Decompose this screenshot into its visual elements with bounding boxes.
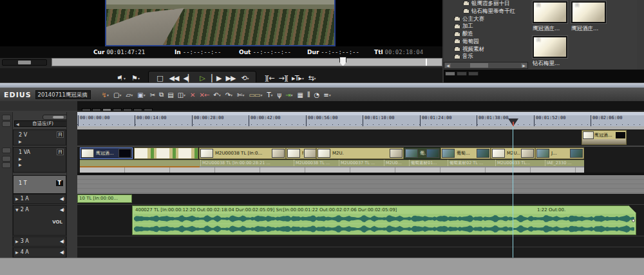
track-header-1t[interactable]: 1 TT bbox=[13, 175, 66, 194]
fade-handle[interactable] bbox=[632, 219, 635, 222]
track-content-2a[interactable]: 400027 TL [In:00:00:12:20 Out:00:02:18:0… bbox=[77, 205, 644, 236]
dropdown-arrow-icon[interactable]: ▾ bbox=[242, 93, 244, 97]
bin-folder-item[interactable]: 钻石梅里蒂奇干红 bbox=[444, 8, 528, 15]
dropdown-arrow-icon[interactable]: ▾ bbox=[247, 76, 249, 81]
panel-divider[interactable] bbox=[0, 82, 644, 88]
track-content-4a[interactable] bbox=[77, 247, 644, 258]
audio-clip-1a[interactable]: 10 TL [In:00:00... bbox=[77, 194, 132, 203]
voiceover-mic-icon[interactable]: ψ bbox=[276, 89, 283, 100]
sequence-tab[interactable] bbox=[133, 108, 142, 111]
undo-icon[interactable]: ↶▾ bbox=[211, 89, 222, 100]
bin-folder-item[interactable]: 加工 bbox=[444, 23, 528, 30]
bin-folder-item[interactable]: 银鹰霞多丽十日 bbox=[444, 0, 528, 8]
dropdown-arrow-icon[interactable]: ▾ bbox=[271, 93, 273, 97]
bin-folder-item[interactable]: 葡萄园 bbox=[444, 38, 528, 46]
bin-folder-item[interactable]: 酿造 bbox=[444, 30, 528, 38]
scroll-left-icon[interactable]: ◀ bbox=[445, 63, 451, 68]
keyboard-shortcut-icon[interactable]: ▦ bbox=[296, 89, 305, 100]
track-header-4a[interactable]: ▶4 A◀) bbox=[13, 247, 66, 258]
expand-arrow-icon[interactable]: ▶ bbox=[15, 250, 19, 254]
sequence-tab[interactable] bbox=[102, 108, 111, 111]
open-project-icon[interactable]: ▱▾ bbox=[124, 89, 135, 100]
dropdown-arrow-icon[interactable]: ▾ bbox=[144, 93, 146, 97]
dropdown-arrow-icon[interactable]: ▾ bbox=[302, 76, 303, 81]
volume-label[interactable]: VOL bbox=[52, 220, 62, 225]
scrubber-position-marker[interactable] bbox=[339, 57, 346, 66]
bin-folder-item[interactable]: 公主大赛 bbox=[444, 15, 528, 23]
title-track-badge[interactable]: T bbox=[55, 180, 64, 187]
track-header-1a[interactable]: ▶1 A◀) bbox=[13, 194, 66, 204]
bin-folder-item[interactable]: 音乐 bbox=[444, 53, 528, 61]
transition-icon[interactable]: ▭▭▾ bbox=[247, 89, 264, 100]
ripple-delete-icon[interactable]: ✕ bbox=[188, 89, 196, 100]
collapse-arrow-icon[interactable]: ▼ bbox=[15, 207, 19, 212]
rail-badge[interactable] bbox=[2, 115, 11, 120]
rail-badge[interactable] bbox=[2, 156, 11, 162]
sequence-tab[interactable] bbox=[123, 108, 132, 111]
cut-icon[interactable]: ✂ bbox=[148, 89, 156, 100]
film-badge-icon[interactable]: 日 bbox=[57, 149, 64, 155]
clip-thumbnail-sequence[interactable] bbox=[134, 147, 198, 159]
track-header-2a[interactable]: ▼2 A◀) VOL bbox=[13, 205, 66, 236]
shuttle-slider[interactable] bbox=[2, 59, 47, 66]
audio-mixer-icon[interactable]: ⫼ bbox=[305, 89, 312, 100]
clip-thumbnail-image[interactable]: 日 bbox=[533, 36, 567, 58]
sequence-tab[interactable] bbox=[113, 108, 122, 111]
bin-folder-item[interactable]: 视频素材 bbox=[444, 46, 528, 53]
track-content-1t[interactable] bbox=[77, 175, 644, 194]
dropdown-arrow-icon[interactable]: ▾ bbox=[131, 93, 133, 97]
track-content-3a[interactable] bbox=[77, 236, 644, 247]
tree-horizontal-scrollbar[interactable]: ◀ ▶ bbox=[444, 62, 528, 69]
bin-clip-thumbnail[interactable]: 日 鹰冠酒庄... bbox=[533, 1, 567, 33]
sequence-tab[interactable] bbox=[144, 108, 153, 111]
playhead-line[interactable] bbox=[513, 126, 513, 258]
delete-in-out-icon[interactable]: ✕← bbox=[198, 89, 211, 100]
timeline-clip[interactable]: M2U. bbox=[316, 147, 404, 159]
paste-icon[interactable]: ▤ bbox=[166, 89, 175, 100]
timeline-clip[interactable]: M2U0... bbox=[286, 147, 316, 159]
timeline-clip-2v[interactable]: 鹰冠酒... bbox=[582, 130, 627, 145]
shuttle-slider-thumb[interactable] bbox=[18, 61, 31, 64]
expand-arrow-icon[interactable]: ▶ bbox=[15, 239, 19, 243]
timeline-clip[interactable]: J... bbox=[535, 147, 584, 159]
track-content-2v[interactable]: 鹰冠酒... bbox=[77, 129, 644, 146]
sequence-tab[interactable] bbox=[92, 108, 101, 111]
clip-yingguan-selected[interactable]: 鹰冠酒... bbox=[80, 147, 133, 159]
new-sequence-icon[interactable]: ▢▾ bbox=[111, 89, 123, 100]
bin-tab[interactable] bbox=[445, 71, 455, 75]
copy-icon[interactable]: ⧉ bbox=[157, 89, 165, 100]
track-header-1va[interactable]: 1 VA日 ▶ ▶ bbox=[13, 147, 66, 173]
dropdown-arrow-icon[interactable]: ▾ bbox=[119, 93, 121, 97]
expand-arrow-icon[interactable]: ▶ bbox=[19, 162, 22, 167]
position-scrubber[interactable] bbox=[52, 58, 442, 66]
arrow-left-icon[interactable]: ◀ bbox=[16, 122, 19, 126]
razor-icon[interactable]: ✄▾ bbox=[235, 89, 246, 100]
scroll-right-icon[interactable]: ▶ bbox=[521, 63, 527, 68]
audio-clip-2a[interactable]: 400027 TL [In:00:00:12:20 Out:00:02:18:0… bbox=[132, 205, 636, 235]
timeline-clip[interactable]: M2U00038 TL [In:0... bbox=[199, 147, 286, 159]
title-tool-icon[interactable]: T▾ bbox=[265, 89, 274, 100]
sequence-tab[interactable] bbox=[82, 108, 91, 111]
dropdown-arrow-icon[interactable]: ▾ bbox=[124, 76, 125, 81]
panel-layout-icon[interactable]: ≡▾ bbox=[321, 89, 332, 100]
dropdown-arrow-icon[interactable]: ▾ bbox=[291, 93, 293, 97]
track-header-2v[interactable]: 2 V日 ▶ bbox=[13, 129, 66, 146]
add-clip-icon[interactable]: ◫▾ bbox=[176, 89, 187, 100]
dropdown-arrow-icon[interactable]: ▾ bbox=[329, 93, 331, 97]
save-project-icon[interactable]: ▣▾ bbox=[135, 89, 147, 100]
expand-arrow-icon[interactable]: ▶ bbox=[15, 196, 19, 201]
clip-thumbnail-image[interactable]: 日 bbox=[571, 1, 606, 23]
export-icon[interactable]: ⇥▾ bbox=[283, 89, 294, 100]
bin-clip-thumbnail[interactable]: 日 钻石梅里... bbox=[533, 36, 567, 68]
speaker-icon[interactable]: ◀) bbox=[60, 207, 64, 213]
track-header-3a[interactable]: ▶3 A◀) bbox=[13, 236, 66, 247]
dropdown-arrow-icon[interactable]: ▾ bbox=[107, 93, 109, 97]
dropdown-arrow-icon[interactable]: ▾ bbox=[219, 93, 221, 97]
expand-arrow-icon[interactable]: ▶ bbox=[19, 139, 22, 144]
clip-thumbnail-image[interactable]: 日 bbox=[533, 1, 567, 23]
rail-badge[interactable] bbox=[2, 121, 11, 127]
tree-scrollbar-thumb[interactable] bbox=[470, 63, 488, 68]
dropdown-arrow-icon[interactable]: ▾ bbox=[184, 93, 185, 97]
bin-tab[interactable] bbox=[468, 71, 478, 75]
dropdown-arrow-icon[interactable]: ▾ bbox=[231, 93, 232, 97]
